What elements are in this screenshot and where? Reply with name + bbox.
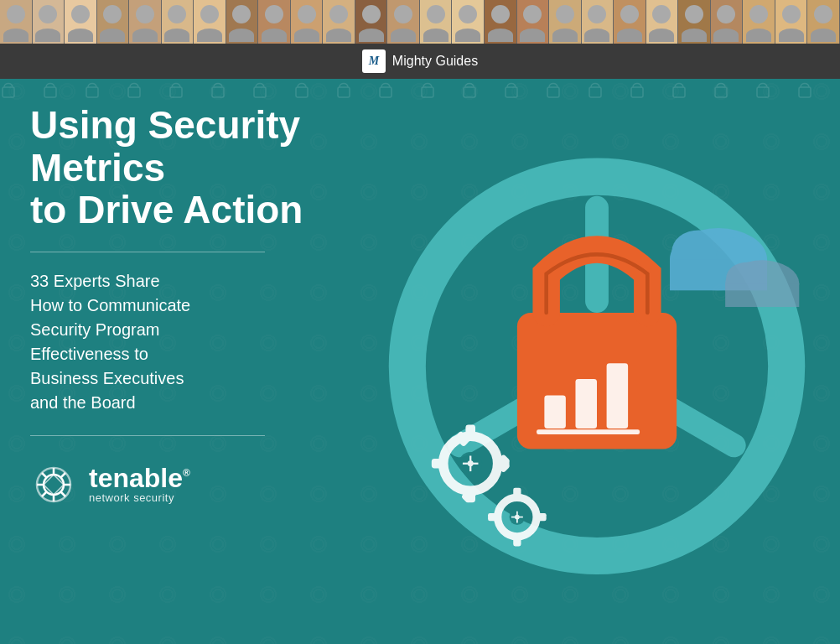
photo-face [614,0,646,44]
photo-face [162,0,194,44]
photo-face [807,0,840,44]
svg-line-8 [60,491,65,496]
content-right-illustration [354,79,840,644]
photo-strip [0,0,840,44]
photo-face [129,0,162,44]
svg-line-10 [42,491,47,496]
svg-rect-17 [544,396,566,428]
photo-face [549,0,582,44]
tenable-brand-text: tenable® network security [89,465,190,504]
content-left: Using Security Metrics to Drive Action 3… [30,104,315,508]
steering-wheel-illustration [354,79,840,644]
photo-face [646,0,679,44]
subtitle-text: 33 Experts Share How to Communicate Secu… [30,269,315,415]
photo-face [0,0,33,44]
svg-rect-23 [465,424,475,438]
photo-face [355,0,388,44]
svg-rect-39 [488,513,500,521]
svg-rect-19 [607,363,629,428]
svg-rect-38 [535,513,547,521]
svg-rect-20 [537,429,640,434]
mighty-guides-bar: M Mighty Guides [0,44,840,79]
photo-face [323,0,355,44]
photo-face [258,0,291,44]
photo-face [387,0,420,44]
photo-face [743,0,775,44]
divider-bottom [30,435,265,436]
photo-face [711,0,744,44]
photo-face [775,0,808,44]
svg-rect-36 [513,488,521,500]
photo-face [582,0,614,44]
mighty-guides-logo: M [362,49,386,73]
photo-face [194,0,226,44]
svg-rect-50 [725,283,799,307]
photo-face [485,0,517,44]
svg-line-9 [60,473,65,478]
photo-faces-row [0,0,840,44]
photo-face [291,0,324,44]
svg-line-7 [42,473,47,478]
svg-rect-26 [432,459,445,469]
svg-point-42 [515,515,520,520]
photo-face [226,0,259,44]
svg-rect-0 [3,87,14,97]
photo-face [452,0,485,44]
photo-face [33,0,65,44]
photo-face [65,0,97,44]
tenable-logo: tenable® network security [30,461,315,508]
tenable-icon [30,461,77,508]
mighty-guides-label: Mighty Guides [392,54,478,69]
photo-face [97,0,130,44]
main-content-area: Using Security Metrics to Drive Action 3… [0,79,840,644]
svg-rect-18 [575,379,597,428]
svg-rect-37 [513,534,521,546]
svg-point-33 [468,460,474,466]
photo-face [678,0,711,44]
svg-rect-16 [517,313,677,449]
main-title: Using Security Metrics to Drive Action [30,104,315,231]
photo-face [420,0,453,44]
photo-face [517,0,550,44]
divider-top [30,252,265,252]
